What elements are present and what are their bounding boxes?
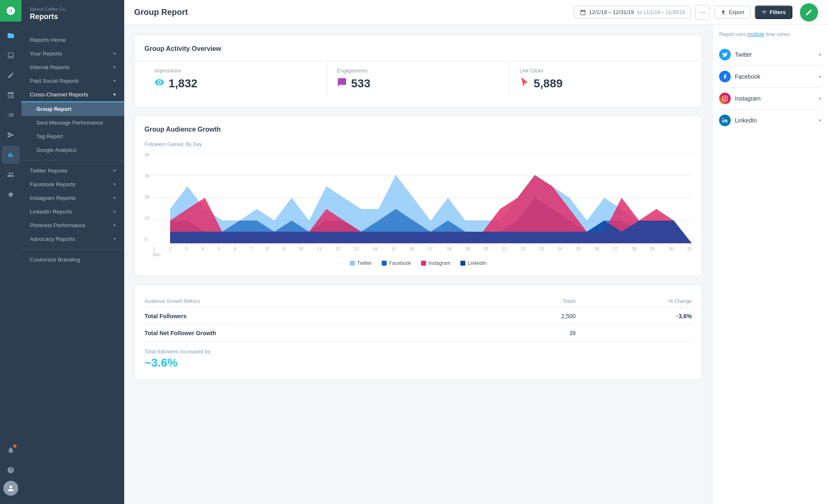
- legend-instagram: Instagram: [421, 260, 450, 266]
- platform-twitter-left: Twitter: [719, 49, 752, 60]
- chevron-instagram: ▾: [113, 195, 116, 201]
- link-clicks-value: 5,889: [534, 77, 563, 90]
- nav-internal-reports[interactable]: Internal Reports ▾: [22, 60, 124, 74]
- sidebar-nav: Reports Home Your Reports ▾ Internal Rep…: [22, 28, 124, 504]
- chevron-linkedin: ▾: [113, 209, 116, 214]
- avatar[interactable]: [3, 481, 18, 496]
- nav-sent-message[interactable]: Sent Message Performance: [22, 116, 124, 130]
- nav-reports-home[interactable]: Reports Home: [22, 33, 124, 47]
- chevron-your-reports: ▾: [113, 51, 116, 56]
- legend-label-instagram: Instagram: [428, 260, 450, 266]
- y-label-40: 40: [144, 152, 149, 157]
- platform-linkedin-left: LinkedIn: [719, 115, 757, 126]
- twitter-platform-label: Twitter: [735, 51, 752, 58]
- metric-impressions-value-row: 1,832: [154, 77, 317, 90]
- nav-your-reports[interactable]: Your Reports ▾: [22, 47, 124, 60]
- compose-icon[interactable]: [2, 66, 20, 84]
- company-name: Sprout Coffee Co.: [30, 7, 116, 12]
- nav-linkedin-reports[interactable]: LinkedIn Reports ▾: [22, 205, 124, 218]
- nav-advocacy[interactable]: Advocacy Reports ▾: [22, 232, 124, 246]
- chevron-facebook: ▾: [113, 182, 116, 187]
- row1-label: Total Followers: [144, 308, 503, 325]
- linkedin-platform-icon: [719, 115, 731, 126]
- platform-twitter[interactable]: Twitter ▾: [719, 44, 821, 66]
- date-range-vs: vs 11/1/19 – 11/30/19: [637, 10, 685, 15]
- folder-icon[interactable]: [2, 26, 20, 45]
- app-logo[interactable]: [0, 0, 22, 22]
- platform-facebook-left: Facebook: [719, 71, 760, 82]
- icon-bar-bottom: [2, 441, 20, 504]
- nav-cross-channel[interactable]: Cross-Channel Reports ▾: [22, 88, 124, 102]
- chevron-advocacy: ▾: [113, 236, 116, 242]
- nav-customize-branding[interactable]: Customize Branding: [22, 253, 124, 266]
- table-note: Total followers increased by: [144, 348, 692, 355]
- facebook-platform-label: Facebook: [735, 73, 760, 80]
- nav-divider-2: [22, 249, 124, 250]
- create-fab[interactable]: [800, 3, 818, 22]
- nav-facebook-reports[interactable]: Facebook Reports ▾: [22, 178, 124, 191]
- x-axis-month: Dec: [153, 252, 692, 257]
- inbox-icon[interactable]: [2, 46, 20, 65]
- icon-bar: [0, 0, 22, 504]
- facebook-chevron: ▾: [819, 74, 821, 79]
- impressions-value: 1,832: [168, 77, 197, 90]
- chart-wrapper: 40 30 20 10 0: [144, 152, 692, 257]
- chevron-twitter: ▾: [113, 168, 116, 173]
- instagram-chevron: ▾: [819, 96, 821, 101]
- chart-svg: [153, 152, 692, 243]
- legend-dot-instagram: [421, 261, 426, 266]
- date-range-button[interactable]: 12/1/19 – 12/31/19 vs 11/1/19 – 11/30/19: [574, 6, 691, 19]
- topbar-actions: 12/1/19 – 12/31/19 vs 11/1/19 – 11/30/19…: [574, 3, 818, 22]
- timezone-notice: Report uses multiple time zones: [719, 31, 821, 37]
- sidebar-title: Reports: [30, 12, 116, 21]
- nav-group-report[interactable]: Group Report: [22, 102, 124, 116]
- chevron-paid-social: ▾: [113, 78, 116, 84]
- linkedin-chevron: ▾: [819, 118, 821, 123]
- nav-twitter-reports[interactable]: Twitter Reports ▾: [22, 164, 124, 178]
- send-icon[interactable]: [2, 126, 20, 144]
- row1-total: 2,500: [503, 308, 575, 325]
- col-metric-header: Audience Growth Metrics: [144, 295, 503, 308]
- metric-engagements-value-row: 533: [337, 77, 499, 90]
- filters-label: Filters: [770, 9, 786, 15]
- pin-icon[interactable]: [2, 86, 20, 104]
- star-icon[interactable]: [2, 185, 20, 204]
- table-row: Total Followers 2,500 ↑3.6%: [144, 308, 692, 325]
- metric-impressions-label: Impressions: [154, 68, 317, 74]
- chart-x-axis: 1234567891011121314151617181920212223242…: [153, 247, 692, 251]
- legend-linkedin: LinkedIn: [460, 260, 486, 266]
- svg-point-0: [9, 9, 12, 12]
- export-button[interactable]: Export: [714, 6, 751, 19]
- nav-tag-report[interactable]: Tag Report: [22, 130, 124, 143]
- chart-y-axis: 40 30 20 10 0: [144, 152, 153, 243]
- people-icon[interactable]: [2, 166, 20, 184]
- platform-facebook[interactable]: Facebook ▾: [719, 66, 821, 88]
- table-row: Total Net Follower Growth 39: [144, 325, 692, 342]
- platform-instagram[interactable]: Instagram ▾: [719, 88, 821, 110]
- twitter-chevron: ▾: [819, 52, 821, 58]
- chevron-pinterest: ▾: [113, 223, 116, 228]
- growth-percentage: ~3.6%: [144, 356, 692, 370]
- chart-label: Followers Gained, By Day: [144, 142, 692, 147]
- date-range-text: 12/1/19 – 12/31/19: [589, 9, 634, 15]
- legend-twitter: Twitter: [350, 260, 372, 266]
- svg-rect-6: [722, 96, 727, 101]
- filters-button[interactable]: Filters: [755, 5, 792, 19]
- nav-google-analytics[interactable]: Google Analytics: [22, 143, 124, 157]
- multiple-timezones-link[interactable]: multiple: [747, 31, 764, 37]
- engagements-value: 533: [351, 77, 371, 90]
- platform-linkedin[interactable]: LinkedIn ▾: [719, 110, 821, 131]
- nav-pinterest[interactable]: Pinterest Performance ▾: [22, 218, 124, 232]
- list-icon[interactable]: [2, 106, 20, 124]
- more-options-button[interactable]: ···: [695, 5, 710, 20]
- nav-instagram-reports[interactable]: Instagram Reports ▾: [22, 191, 124, 205]
- nav-paid-social[interactable]: Paid Social Reports ▾: [22, 74, 124, 88]
- instagram-platform-icon: [719, 93, 731, 104]
- metric-link-clicks-label: Link Clicks: [520, 68, 682, 74]
- chart-icon[interactable]: [2, 146, 20, 164]
- nav-divider-1: [22, 160, 124, 161]
- table-header-row: Audience Growth Metrics Totals % Change: [144, 295, 692, 308]
- bell-icon[interactable]: [2, 441, 20, 459]
- y-label-30: 30: [144, 173, 149, 178]
- help-icon[interactable]: [2, 461, 20, 479]
